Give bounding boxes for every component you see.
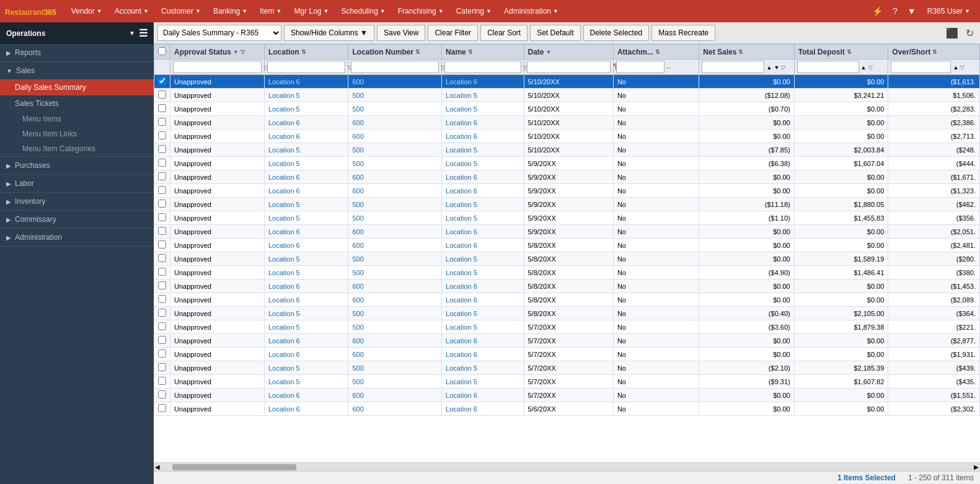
location-number-cell[interactable]: 500 (348, 157, 442, 170)
row-checkbox-cell[interactable] (154, 279, 170, 293)
filter-date[interactable]: 📅 ▽ (524, 59, 613, 75)
table-row[interactable]: Unapproved Location 5 500 Location 5 5/9… (154, 157, 980, 170)
filter-name[interactable]: ▽ (442, 59, 524, 75)
row-checkbox[interactable] (158, 131, 166, 139)
row-checkbox-cell[interactable] (154, 211, 170, 225)
sidebar-section-administration-header[interactable]: ▶ Administration (0, 229, 154, 246)
over-short-filter[interactable] (891, 61, 951, 73)
row-checkbox[interactable] (158, 77, 166, 85)
nav-catering[interactable]: Catering ▼ (451, 4, 497, 18)
table-row[interactable]: Unapproved Location 6 600 Location 6 5/9… (154, 225, 980, 239)
name-cell[interactable]: Location 6 (442, 184, 524, 198)
refresh-icon[interactable]: ↻ (963, 26, 976, 40)
location-number-cell[interactable]: 500 (348, 89, 442, 102)
sidebar-section-commissary-header[interactable]: ▶ Commissary (0, 211, 154, 228)
table-row[interactable]: Unapproved Location 5 500 Location 5 5/7… (154, 320, 980, 334)
location-number-cell[interactable]: 500 (348, 320, 442, 334)
col-location-number[interactable]: Location Number ⇅ (348, 45, 442, 59)
row-checkbox-cell[interactable] (154, 293, 170, 307)
row-checkbox-cell[interactable] (154, 239, 170, 252)
filter-net-sales[interactable]: ▲ ▼ ▽ (699, 59, 794, 75)
name-cell[interactable]: Location 6 (442, 293, 524, 307)
name-cell[interactable]: Location 6 (442, 334, 524, 348)
sidebar-item-menu-item-links[interactable]: Menu Item Links (0, 126, 154, 141)
location-number-cell[interactable]: 500 (348, 361, 442, 375)
location-number-cell[interactable]: 600 (348, 130, 442, 143)
set-default-button[interactable]: Set Default (530, 25, 580, 41)
row-checkbox-cell[interactable] (154, 102, 170, 116)
sidebar-section-inventory-header[interactable]: ▶ Inventory (0, 193, 154, 210)
location-cell[interactable]: Location 5 (264, 266, 348, 279)
location-cell[interactable]: Location 6 (264, 279, 348, 293)
location-cell[interactable]: Location 6 (264, 116, 348, 130)
name-cell[interactable]: Location 5 (442, 375, 524, 389)
clear-sort-button[interactable]: Clear Sort (480, 25, 528, 41)
location-cell[interactable]: Location 6 (264, 130, 348, 143)
row-checkbox[interactable] (158, 350, 166, 358)
col-date[interactable]: Date ▼ (524, 45, 613, 59)
col-name[interactable]: Name ⇅ (442, 45, 524, 59)
table-row[interactable]: Unapproved Location 5 500 Location 5 5/8… (154, 252, 980, 266)
approval-status-filter[interactable] (173, 61, 262, 73)
row-checkbox[interactable] (158, 268, 166, 276)
location-number-cell[interactable]: 600 (348, 116, 442, 130)
row-checkbox-cell[interactable] (154, 143, 170, 157)
row-checkbox-cell[interactable] (154, 402, 170, 416)
row-checkbox-cell[interactable] (154, 130, 170, 143)
col-attachments[interactable]: Attachm... ⇅ (613, 45, 699, 59)
col-total-deposit[interactable]: Total Deposit ⇅ (794, 45, 888, 59)
location-number-cell[interactable]: 600 (348, 402, 442, 416)
table-row[interactable]: Unapproved Location 6 600 Location 6 5/6… (154, 402, 980, 416)
location-cell[interactable]: Location 6 (264, 348, 348, 361)
filter-over-short[interactable]: ▲ ▽ (888, 59, 980, 75)
nav-franchising[interactable]: Franchising ▼ (393, 4, 449, 18)
save-view-button[interactable]: Save View (377, 25, 425, 41)
row-checkbox-cell[interactable] (154, 348, 170, 361)
col-net-sales[interactable]: Net Sales ⇅ (699, 45, 794, 59)
nav-administration[interactable]: Administration ▼ (499, 4, 563, 18)
sidebar-item-daily-sales-summary[interactable]: Daily Sales Summary (0, 79, 154, 95)
location-number-cell[interactable]: 500 (348, 307, 442, 320)
name-cell[interactable]: Location 6 (442, 279, 524, 293)
location-cell[interactable]: Location 5 (264, 198, 348, 211)
location-cell[interactable]: Location 6 (264, 75, 348, 89)
user-menu[interactable]: R365 User ▼ (922, 4, 975, 18)
location-cell[interactable]: Location 5 (264, 320, 348, 334)
sidebar-item-menu-items[interactable]: Menu Items (0, 112, 154, 126)
row-checkbox-cell[interactable] (154, 361, 170, 375)
row-checkbox[interactable] (158, 240, 166, 249)
table-row[interactable]: Unapproved Location 6 600 Location 6 5/1… (154, 130, 980, 143)
select-all-header[interactable] (154, 45, 170, 59)
location-cell[interactable]: Location 5 (264, 89, 348, 102)
row-checkbox-cell[interactable] (154, 320, 170, 334)
location-cell[interactable]: Location 6 (264, 239, 348, 252)
row-checkbox-cell[interactable] (154, 307, 170, 320)
row-checkbox[interactable] (158, 377, 166, 385)
table-row[interactable]: Unapproved Location 5 500 Location 5 5/7… (154, 361, 980, 375)
name-cell[interactable]: Location 6 (442, 389, 524, 402)
row-checkbox-cell[interactable] (154, 334, 170, 348)
location-number-cell[interactable]: 500 (348, 375, 442, 389)
location-number-cell[interactable]: 500 (348, 143, 442, 157)
help-icon[interactable]: ? (889, 4, 901, 19)
select-all-checkbox[interactable] (158, 47, 166, 55)
location-number-cell[interactable]: 500 (348, 266, 442, 279)
scroll-right-arrow[interactable]: ▶ (974, 464, 979, 470)
name-cell[interactable]: Location 5 (442, 143, 524, 157)
show-hide-columns-button[interactable]: Show/Hide Columns ▼ (284, 25, 374, 41)
sidebar-item-sales-tickets[interactable]: Sales Tickets (0, 95, 154, 112)
sidebar-module-header[interactable]: Operations ▼ ☰ (0, 22, 154, 44)
name-cell[interactable]: Location 6 (442, 130, 524, 143)
row-checkbox[interactable] (158, 281, 166, 289)
location-cell[interactable]: Location 5 (264, 252, 348, 266)
row-checkbox[interactable] (158, 390, 166, 398)
name-cell[interactable]: Location 6 (442, 225, 524, 239)
hamburger-icon[interactable]: ☰ (139, 27, 148, 39)
date-filter[interactable] (527, 61, 611, 73)
scroll-left-arrow[interactable]: ◀ (155, 464, 160, 470)
location-number-cell[interactable]: 600 (348, 184, 442, 198)
row-checkbox[interactable] (158, 90, 166, 99)
name-cell[interactable]: Location 5 (442, 307, 524, 320)
sidebar-item-menu-item-categories[interactable]: Menu Item Categories (0, 141, 154, 156)
table-row[interactable]: Unapproved Location 6 600 Location 6 5/9… (154, 170, 980, 184)
